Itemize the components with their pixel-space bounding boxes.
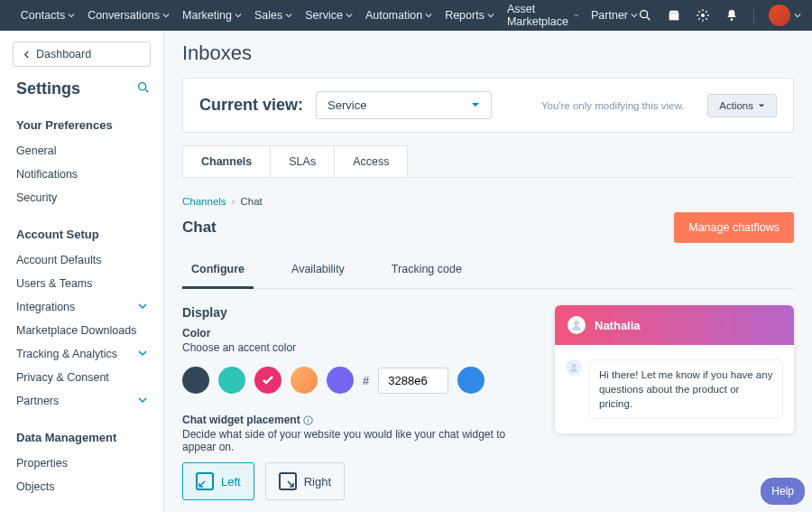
help-button[interactable]: Help xyxy=(761,478,805,505)
color-swatch[interactable] xyxy=(218,367,245,394)
sidebar-item-partners[interactable]: Partners xyxy=(0,389,163,413)
sidebar-item-users-teams[interactable]: Users & Teams xyxy=(0,272,163,295)
placement-left[interactable]: Left xyxy=(182,462,254,500)
manage-chatflows-button[interactable]: Manage chatflows xyxy=(674,212,794,243)
sidebar-item-label: Account Defaults xyxy=(16,254,102,266)
placement-label-text: Left xyxy=(221,475,241,489)
sidebar-item-label: Tracking & Analytics xyxy=(16,348,117,360)
sidebar-item-label: General xyxy=(16,144,56,157)
nav-label: Automation xyxy=(365,9,422,22)
svg-text:i: i xyxy=(308,417,309,425)
color-swatches: # xyxy=(182,367,537,394)
check-icon xyxy=(262,374,274,386)
nav-asset-marketplace[interactable]: Asset Marketplace xyxy=(507,3,578,28)
nav-label: Contacts xyxy=(21,9,65,22)
placement-right-icon xyxy=(279,472,297,490)
color-swatch[interactable] xyxy=(182,367,209,394)
subtab-availability[interactable]: Availability xyxy=(282,257,354,288)
account-menu[interactable] xyxy=(769,5,801,26)
svg-point-3 xyxy=(641,11,648,18)
actions-button[interactable]: Actions xyxy=(707,94,777,117)
info-icon[interactable]: i xyxy=(303,414,313,426)
svg-point-13 xyxy=(572,364,577,368)
section-title: Chat xyxy=(182,219,217,237)
breadcrumb-root[interactable]: Channels xyxy=(182,196,226,207)
tab-label: SLAs xyxy=(289,155,316,168)
hex-input[interactable] xyxy=(378,368,448,394)
subtab-label: Availability xyxy=(291,263,345,275)
tab-access[interactable]: Access xyxy=(335,145,408,177)
subtab-configure[interactable]: Configure xyxy=(182,257,254,289)
back-to-dashboard[interactable]: Dashboard xyxy=(13,42,151,67)
nav-label: Service xyxy=(305,9,343,22)
sidebar-item-label: Security xyxy=(16,191,57,204)
placement-right[interactable]: Right xyxy=(265,462,345,500)
nav-automation[interactable]: Automation xyxy=(365,3,432,28)
search-icon[interactable] xyxy=(638,8,652,23)
display-settings: Display Color Choose an accent color # C… xyxy=(182,305,537,512)
nav-label: Partner xyxy=(591,9,628,22)
chevron-down-icon xyxy=(138,348,147,360)
current-view-label: Current view: xyxy=(199,96,303,115)
gear-icon[interactable] xyxy=(696,8,710,23)
svg-point-6 xyxy=(701,14,705,17)
nav-marketing[interactable]: Marketing xyxy=(182,3,242,28)
message-bubble: Hi there! Let me know if you have any qu… xyxy=(589,359,783,419)
search-settings-icon[interactable] xyxy=(136,80,151,98)
subtab-tracking-code[interactable]: Tracking code xyxy=(383,257,471,288)
svg-line-9 xyxy=(145,89,148,92)
svg-line-4 xyxy=(647,17,650,20)
message-avatar-icon xyxy=(566,359,582,376)
actions-label: Actions xyxy=(719,100,753,111)
sidebar-item-tracking-analytics[interactable]: Tracking & Analytics xyxy=(0,342,163,366)
top-nav: Contacts Conversations Marketing Sales S… xyxy=(0,0,812,31)
sidebar-item-security[interactable]: Security xyxy=(0,186,163,209)
nav-contacts[interactable]: Contacts xyxy=(21,3,75,28)
settings-title: Settings xyxy=(16,79,80,98)
bell-icon[interactable] xyxy=(724,8,739,23)
sidebar-item-objects[interactable]: Objects xyxy=(0,475,163,498)
hubspot-logo[interactable] xyxy=(11,5,12,25)
nav-conversations[interactable]: Conversations xyxy=(88,3,170,28)
chat-preview-column: Nathalia Hi there! Let me know if you ha… xyxy=(555,305,794,512)
sidebar-item-privacy-consent[interactable]: Privacy & Consent xyxy=(0,366,163,389)
placement-help: Decide what side of your website you wou… xyxy=(182,428,537,453)
agent-avatar-icon xyxy=(567,316,586,334)
nav-partner[interactable]: Partner xyxy=(591,3,638,28)
color-swatch-selected[interactable] xyxy=(254,367,281,394)
sidebar-item-marketplace-downloads[interactable]: Marketplace Downloads xyxy=(0,319,163,342)
sidebar-item-general[interactable]: General xyxy=(0,139,163,163)
sidebar-item-properties[interactable]: Properties xyxy=(0,451,163,475)
svg-point-12 xyxy=(574,321,579,326)
sidebar: Dashboard Settings Your Preferences Gene… xyxy=(0,31,164,512)
tab-label: Access xyxy=(353,155,389,168)
sidebar-item-notifications[interactable]: Notifications xyxy=(0,163,163,186)
nav-label: Conversations xyxy=(88,9,160,22)
nav-reports[interactable]: Reports xyxy=(445,3,494,28)
account-setup-heading: Account Setup xyxy=(0,224,163,248)
chevron-down-icon xyxy=(138,301,147,313)
view-hint: You're only modifying this view. xyxy=(541,100,684,111)
nav-service[interactable]: Service xyxy=(305,3,353,28)
tab-slas[interactable]: SLAs xyxy=(271,145,335,177)
sidebar-item-label: Properties xyxy=(16,457,68,470)
color-swatch[interactable] xyxy=(291,367,318,394)
marketplace-icon[interactable] xyxy=(667,8,681,23)
chat-preview: Nathalia Hi there! Let me know if you ha… xyxy=(555,305,794,433)
current-view-select[interactable]: Service xyxy=(316,91,492,119)
sidebar-item-account-defaults[interactable]: Account Defaults xyxy=(0,248,163,272)
nav-sales[interactable]: Sales xyxy=(254,3,292,28)
sidebar-item-integrations[interactable]: Integrations xyxy=(0,295,163,319)
placement-left-icon xyxy=(196,472,214,490)
chat-subtabs: Configure Availability Tracking code xyxy=(182,257,794,289)
main-content: Inboxes Current view: Service You're onl… xyxy=(164,31,812,512)
preferences-heading: Your Preferences xyxy=(0,115,163,139)
select-value: Service xyxy=(328,98,366,112)
svg-rect-5 xyxy=(669,13,679,20)
tab-channels[interactable]: Channels xyxy=(182,145,271,177)
sidebar-item-label: Objects xyxy=(16,480,54,493)
chat-preview-header: Nathalia xyxy=(555,305,794,345)
color-swatch[interactable] xyxy=(327,367,354,394)
page-title: Inboxes xyxy=(182,42,794,65)
data-management-heading: Data Management xyxy=(0,427,163,451)
